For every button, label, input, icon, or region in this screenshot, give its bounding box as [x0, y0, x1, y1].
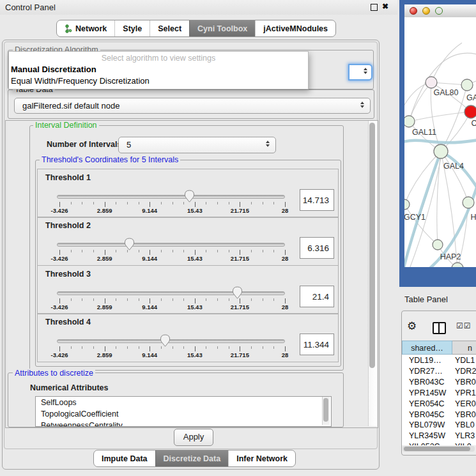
apply-button[interactable]: Apply: [174, 429, 213, 446]
minor-tick: [71, 202, 72, 204]
tab-jactivemnodules[interactable]: jActiveMNodules: [255, 20, 335, 36]
network-edge[interactable]: [441, 112, 471, 151]
cell-shared-name: YBR045C: [409, 410, 445, 420]
close-icon[interactable]: ✖: [382, 2, 388, 11]
node-table-rows: YDL19…YDL1YDR27…YDR2YBR043CYBR0YPR145WYP…: [402, 355, 476, 445]
tab-impute-data[interactable]: Impute Data: [94, 450, 155, 466]
network-edge[interactable]: [409, 112, 471, 121]
tab-select[interactable]: Select: [150, 20, 189, 36]
network-node-c[interactable]: [464, 105, 476, 118]
minor-tick: [139, 250, 139, 252]
minor-tick: [82, 202, 82, 204]
float-window-icon[interactable]: [371, 4, 378, 11]
tab-label: Style: [123, 24, 142, 33]
threshold-slider-track[interactable]: [57, 243, 285, 247]
thresholds-group-title: Threshold's Coordinates for 5 Intervals: [40, 155, 180, 164]
threshold-value-field[interactable]: 21.4: [300, 286, 334, 307]
tab-discretize-data[interactable]: Discretize Data: [155, 450, 229, 466]
network-node-hap2[interactable]: [433, 240, 443, 250]
table-row[interactable]: YBL079WYBL0: [402, 420, 476, 431]
attributes-scrollbar-thumb[interactable]: [323, 398, 328, 422]
column-header-name[interactable]: n: [452, 341, 476, 355]
combo-spinner-icon: [360, 102, 364, 108]
network-edge[interactable]: [431, 43, 462, 82]
threshold-slider-thumb[interactable]: [184, 190, 195, 203]
close-traffic-light-icon[interactable]: [410, 7, 417, 15]
threshold-slider-track[interactable]: [57, 291, 285, 295]
popup-option-manual-discretization[interactable]: Manual Discretization: [11, 65, 96, 74]
table-row[interactable]: YDR27…YDR2: [402, 366, 476, 377]
algorithm-combo-focus-ring[interactable]: [348, 64, 372, 81]
scale-tick-label: 2.859: [87, 255, 123, 262]
threshold-slider-track[interactable]: [57, 195, 285, 199]
attribute-list-item[interactable]: TopologicalCoefficient: [36, 408, 331, 420]
table-row[interactable]: YIL052CYIL0: [402, 441, 476, 445]
threshold-slider-thumb[interactable]: [232, 286, 243, 299]
network-edge[interactable]: [404, 140, 476, 142]
popup-option-equal-width-frequency[interactable]: Equal Width/Frequency Discretization: [11, 76, 150, 86]
minor-tick: [217, 346, 218, 349]
network-node-gal4[interactable]: [434, 144, 448, 158]
table-row[interactable]: YLR345WYLR3: [402, 431, 476, 441]
scale-tick-label: -3.426: [42, 351, 77, 358]
table-row[interactable]: YPR145WYPR1: [402, 388, 476, 399]
table-hscrollbar-thumb[interactable]: [404, 447, 470, 451]
network-icon: [65, 24, 72, 33]
network-canvas[interactable]: GAL80GACGAL11GAL4GCY1HHAP2: [404, 17, 476, 267]
column-header-shared-name[interactable]: shared…: [402, 341, 452, 355]
minor-tick: [229, 202, 229, 204]
viewport-scrollbar-thumb[interactable]: [369, 123, 375, 368]
minor-tick: [183, 298, 184, 301]
scale-tick-label: 15.43: [177, 351, 213, 358]
threshold-value-field[interactable]: 6.316: [300, 237, 334, 259]
minor-tick: [263, 298, 263, 301]
network-node-gal80[interactable]: [426, 77, 437, 88]
minimize-traffic-light-icon[interactable]: [422, 7, 430, 15]
select-columns-checkboxes-icon[interactable]: ☑☑: [456, 321, 472, 330]
threshold-label: Threshold 3: [45, 270, 91, 279]
table-data-combo[interactable]: galFiltered.sif default node: [14, 98, 371, 114]
scale-tick-label: -3.426: [42, 207, 77, 214]
network-graph[interactable]: GAL80GACGAL11GAL4GCY1HHAP2: [404, 17, 476, 267]
threshold-slider-thumb[interactable]: [160, 334, 171, 347]
minor-tick: [217, 298, 218, 301]
threshold-value-field[interactable]: 14.713: [300, 189, 334, 211]
threshold-value-field[interactable]: 11.344: [300, 334, 334, 355]
network-node-h[interactable]: [463, 197, 474, 208]
minor-tick: [93, 250, 94, 252]
network-edge[interactable]: [409, 82, 431, 121]
network-node-ga[interactable]: [461, 79, 473, 91]
tab-cyni-toolbox[interactable]: Cyni Toolbox: [189, 20, 255, 36]
tab-infer-network[interactable]: Infer Network: [228, 450, 295, 466]
network-node-gal11[interactable]: [404, 116, 415, 127]
tab-network[interactable]: Network: [57, 20, 114, 36]
number-of-intervals-combo[interactable]: 5: [118, 137, 276, 153]
network-node-label: GA: [466, 93, 476, 102]
network-window-titlebar[interactable]: [404, 4, 476, 18]
popup-hint-text: Select algorithm to view settings: [9, 54, 308, 63]
network-node-gcy1[interactable]: [404, 199, 410, 210]
threshold-slider-track[interactable]: [57, 339, 285, 343]
network-edge[interactable]: [437, 151, 441, 245]
minor-tick: [273, 298, 274, 301]
numerical-attributes-list[interactable]: SelfLoopsTopologicalCoefficientBetweenne…: [35, 396, 332, 427]
cell-name: YDL1: [455, 355, 475, 366]
network-edge[interactable]: [404, 151, 441, 204]
attribute-list-item[interactable]: SelfLoops: [36, 397, 331, 408]
minor-tick: [173, 298, 173, 301]
scale-tick-label: 2.859: [87, 207, 123, 214]
table-row[interactable]: YBR045CYBR0: [402, 410, 476, 420]
zoom-traffic-light-icon[interactable]: [435, 7, 443, 15]
table-row[interactable]: YDL19…YDL1: [402, 355, 476, 366]
network-edge[interactable]: [441, 151, 476, 190]
threshold-slider-thumb[interactable]: [124, 238, 135, 250]
minor-tick: [173, 202, 173, 204]
table-row[interactable]: YBR043CYBR0: [402, 377, 476, 388]
table-row[interactable]: YER054CYER0: [402, 399, 476, 410]
tab-style[interactable]: Style: [114, 20, 150, 36]
split-columns-icon[interactable]: [433, 322, 446, 334]
scale-tick-label: 9.144: [132, 351, 167, 358]
attribute-list-item[interactable]: BetweennessCentrality: [36, 420, 331, 427]
network-node[interactable]: [452, 263, 463, 267]
gear-icon[interactable]: ⚙: [407, 319, 417, 333]
